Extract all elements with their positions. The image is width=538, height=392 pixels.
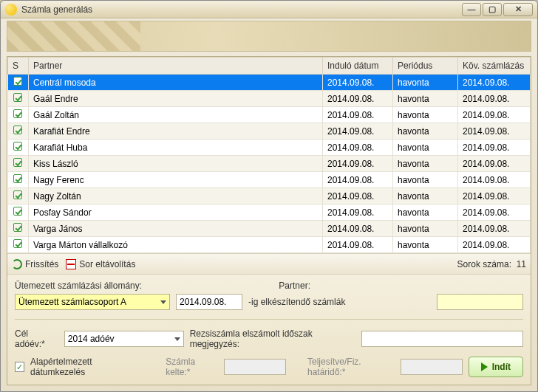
chevron-down-icon [160, 300, 166, 304]
partner-cell: Nagy Ferenc [29, 172, 323, 188]
next-cell: 2014.09.08. [458, 237, 531, 253]
run-button[interactable]: Indít [469, 357, 523, 377]
check-icon [13, 77, 22, 86]
partner-cell: Posfay Sándor [29, 204, 323, 221]
period-cell: havonta [393, 123, 458, 140]
start-cell: 2014.09.08. [323, 204, 393, 221]
status-cell [8, 140, 29, 156]
next-cell: 2014.09.08. [458, 75, 531, 91]
col-header-period[interactable]: Periódus [393, 58, 458, 75]
minimize-button[interactable]: — [462, 3, 481, 16]
period-cell: havonta [393, 156, 458, 172]
default-date-checkbox[interactable] [15, 362, 24, 372]
table-row[interactable]: Varga Márton vállalkozó2014.09.08.havont… [8, 237, 531, 253]
period-cell: havonta [393, 91, 458, 107]
status-cell [8, 75, 29, 91]
note-label: Rezsiszámla elszámolt időszak megjegyzés… [190, 329, 356, 349]
partner-cell: Varga János [29, 221, 323, 237]
start-cell: 2014.09.08. [323, 75, 393, 91]
start-cell: 2014.09.08. [323, 123, 393, 140]
partner-cell: Nagy Zoltán [29, 188, 323, 204]
issue-date-input[interactable] [224, 359, 286, 375]
check-icon [13, 190, 22, 199]
check-icon [13, 174, 22, 183]
partner-label: Partner: [279, 281, 310, 291]
note-input[interactable] [361, 331, 523, 347]
sched-dropdown[interactable]: Ütemezett számlacsoport A [15, 294, 170, 310]
period-cell: havonta [393, 204, 458, 221]
table-wrap: S Partner Induló dátum Periódus Köv. szá… [7, 57, 531, 253]
titlebar[interactable]: Számla generálás — ▢ ✕ [1, 1, 537, 18]
start-cell: 2014.09.08. [323, 156, 393, 172]
partner-cell: Karafiát Huba [29, 140, 323, 156]
check-icon [13, 207, 22, 216]
taxyear-dropdown[interactable]: 2014 adóév [64, 331, 184, 347]
next-cell: 2014.09.08. [458, 91, 531, 107]
col-header-status[interactable]: S [8, 58, 29, 75]
table-row[interactable]: Karafiát Huba2014.09.08.havonta2014.09.0… [8, 140, 531, 156]
next-cell: 2014.09.08. [458, 156, 531, 172]
table-row[interactable]: Posfay Sándor2014.09.08.havonta2014.09.0… [8, 204, 531, 221]
col-header-partner[interactable]: Partner [29, 58, 323, 75]
table-row[interactable]: Gaál Zoltán2014.09.08.havonta2014.09.08. [8, 107, 531, 123]
app-window: Számla generálás — ▢ ✕ S Partner Induló … [0, 0, 538, 392]
invoice-table: S Partner Induló dátum Periódus Köv. szá… [7, 57, 531, 253]
remove-row-button[interactable]: Sor eltávolítás [66, 259, 135, 269]
partner-cell: Varga Márton vállalkozó [29, 237, 323, 253]
refresh-icon [12, 259, 22, 269]
table-row[interactable]: Gaál Endre2014.09.08.havonta2014.09.08. [8, 91, 531, 107]
sched-label: Ütemezett számlázási állomány: [15, 281, 142, 291]
table-row[interactable]: Centrál mosoda2014.09.08.havonta2014.09.… [8, 75, 531, 91]
table-row[interactable]: Nagy Zoltán2014.09.08.havonta2014.09.08. [8, 188, 531, 204]
remove-label: Sor eltávolítás [79, 259, 135, 269]
col-header-start[interactable]: Induló dátum [323, 58, 393, 75]
period-cell: havonta [393, 221, 458, 237]
next-cell: 2014.09.08. [458, 140, 531, 156]
due-date-input[interactable] [401, 359, 463, 375]
partner-cell: Karafiát Endre [29, 123, 323, 140]
next-cell: 2014.09.08. [458, 172, 531, 188]
col-header-next[interactable]: Köv. számlázás [458, 58, 531, 75]
start-cell: 2014.09.08. [323, 140, 393, 156]
status-cell [8, 156, 29, 172]
period-cell: havonta [393, 75, 458, 91]
row-count: Sorok száma: 11 [457, 259, 526, 269]
status-cell [8, 172, 29, 188]
table-toolbar: Frissítés Sor eltávolítás Sorok száma: 1… [7, 253, 531, 274]
status-cell [8, 221, 29, 237]
play-icon [481, 362, 488, 371]
divider [15, 319, 523, 320]
status-cell [8, 91, 29, 107]
until-date-input[interactable]: 2014.09.08. [176, 294, 242, 310]
close-button[interactable]: ✕ [503, 3, 533, 16]
maximize-button[interactable]: ▢ [483, 3, 502, 16]
table-row[interactable]: Varga János2014.09.08.havonta2014.09.08. [8, 221, 531, 237]
table-row[interactable]: Kiss László2014.09.08.havonta2014.09.08. [8, 156, 531, 172]
sched-group: Ütemezett számlázási állomány: Partner: … [15, 281, 523, 310]
status-cell [8, 188, 29, 204]
start-cell: 2014.09.08. [323, 237, 393, 253]
start-cell: 2014.09.08. [323, 172, 393, 188]
table-row[interactable]: Karafiát Endre2014.09.08.havonta2014.09.… [8, 123, 531, 140]
check-icon [13, 93, 22, 102]
options-panel: Ütemezett számlázási állomány: Partner: … [7, 274, 531, 385]
status-cell [8, 237, 29, 253]
table-row[interactable]: Nagy Ferenc2014.09.08.havonta2014.09.08. [8, 172, 531, 188]
start-cell: 2014.09.08. [323, 107, 393, 123]
app-icon [5, 4, 17, 16]
window-title: Számla generálás [21, 4, 462, 15]
next-cell: 2014.09.08. [458, 123, 531, 140]
check-icon [13, 223, 22, 232]
content-area: S Partner Induló dátum Periódus Köv. szá… [7, 56, 531, 385]
partner-cell: Gaál Endre [29, 91, 323, 107]
due-date-label: Teljesítve/Fiz. határidő:* [307, 357, 395, 377]
check-icon [13, 158, 22, 167]
header-banner [7, 21, 531, 52]
check-icon [13, 142, 22, 151]
partner-input[interactable] [437, 294, 523, 310]
table-header-row: S Partner Induló dátum Periódus Köv. szá… [8, 58, 531, 75]
status-cell [8, 107, 29, 123]
period-cell: havonta [393, 188, 458, 204]
until-suffix: -ig elkészítendő számlák [248, 297, 345, 307]
refresh-button[interactable]: Frissítés [12, 259, 58, 269]
